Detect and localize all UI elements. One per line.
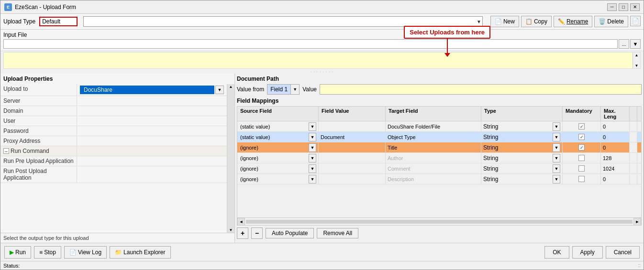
prop-scroll-up-icon[interactable]: ▲ — [229, 85, 233, 89]
run-button[interactable]: ▶ Run — [4, 246, 31, 259]
upload-to-arrow-icon[interactable]: ▼ — [215, 86, 224, 94]
close-button[interactable]: ✕ — [630, 3, 640, 11]
type-dropdown-6[interactable]: ▼ — [553, 175, 560, 184]
mapping-cell-target-4: Author — [386, 153, 481, 163]
mapping-cell-source-3: (ignore) ▼ — [237, 142, 319, 152]
source-text-1: (static value) — [239, 124, 309, 130]
docushare-button[interactable]: DocuShare — [80, 86, 214, 94]
doc-button[interactable]: 📄 — [630, 16, 641, 26]
copy-label: Copy — [534, 18, 547, 25]
mandatory-checkbox-5[interactable] — [578, 165, 585, 172]
bottom-left-buttons: ▶ Run ■ Stop 📄 View Log 📁 Launch Explore… — [4, 246, 171, 259]
bottom-right-buttons: OK Apply Cancel — [544, 246, 640, 259]
mandatory-checkbox-6[interactable] — [578, 176, 585, 182]
mappings-body: (static value) ▼ DocuShare Folder/File S… — [237, 121, 641, 217]
source-dropdown-5[interactable]: ▼ — [309, 164, 316, 173]
title-bar: E EzeScan - Upload Form ─ □ ✕ — [0, 0, 644, 14]
cancel-button[interactable]: Cancel — [606, 246, 640, 259]
prop-label-password: Password — [0, 126, 77, 136]
prop-row-upload-to: Upload to DocuShare ▼ — [0, 84, 227, 96]
main-content: Upload Properties Upload to DocuShare ▼ — [0, 74, 644, 243]
mapping-cell-value-2[interactable]: Document — [319, 132, 386, 142]
scroll-up-icon[interactable]: ▲ — [635, 53, 639, 57]
prop-scroll-down-icon[interactable]: ▼ — [229, 228, 233, 232]
minimize-button[interactable]: ─ — [607, 3, 617, 11]
prop-value-run-post[interactable] — [77, 166, 227, 183]
type-dropdown-4[interactable]: ▼ — [553, 154, 560, 162]
doc-path-title: Document Path — [237, 76, 642, 82]
prop-value-proxy-address[interactable] — [77, 136, 227, 146]
prop-value-domain[interactable] — [77, 106, 227, 116]
source-dropdown-4[interactable]: ▼ — [309, 154, 316, 162]
new-icon: 📄 — [495, 18, 502, 25]
doc-path-value-input[interactable] — [320, 84, 642, 95]
mapping-cell-value-6[interactable] — [319, 174, 386, 184]
input-file-input[interactable] — [3, 39, 618, 49]
value-label: Value — [302, 86, 317, 93]
source-dropdown-3[interactable]: ▼ — [309, 143, 316, 152]
auto-populate-button[interactable]: Auto Populate — [266, 228, 314, 238]
source-dropdown-2[interactable]: ▼ — [309, 133, 316, 141]
properties-scrollbar[interactable]: ▲ ▼ — [227, 84, 234, 233]
prop-label-run-command: – Run Command — [0, 146, 77, 156]
apply-button[interactable]: Apply — [572, 246, 603, 259]
view-log-button[interactable]: 📄 View Log — [64, 246, 107, 259]
doc-path-field-value: Field 1 — [270, 86, 288, 93]
hscroll-right-button[interactable]: ► — [633, 218, 641, 226]
doc-path-row: Value from Field 1 ▼ Value — [237, 84, 642, 95]
mandatory-checkbox-4[interactable] — [578, 155, 585, 161]
doc-path-field-dropdown[interactable]: Field 1 ▼ — [267, 84, 300, 95]
type-dropdown-3[interactable]: ▼ — [553, 143, 560, 152]
type-text-2: String — [483, 134, 552, 140]
upload-type-dropdown[interactable]: ▼ — [83, 16, 483, 27]
mandatory-checkbox-3[interactable] — [578, 144, 585, 151]
scroll-down-icon[interactable]: ▼ — [635, 64, 639, 68]
launch-explorer-label: Launch Explorer — [123, 249, 165, 256]
input-file-filter-button[interactable]: ▼ — [630, 39, 641, 49]
upload-to-select[interactable]: DocuShare ▼ — [80, 86, 224, 94]
mandatory-checkbox-1[interactable] — [578, 123, 585, 130]
prop-value-password[interactable] — [77, 126, 227, 136]
remove-mapping-button[interactable]: − — [251, 227, 263, 239]
rename-button[interactable]: ✏️ Rename — [554, 16, 592, 27]
stop-button[interactable]: ■ Stop — [34, 246, 61, 259]
source-text-6: (ignore) — [239, 176, 309, 182]
main-window: E EzeScan - Upload Form ─ □ ✕ Upload Typ… — [0, 0, 644, 270]
mappings-hscrollbar[interactable]: ◄ ► — [237, 217, 641, 225]
copy-button[interactable]: 📋 Copy — [521, 16, 552, 27]
doc-path-field-button[interactable]: Field 1 — [267, 85, 290, 94]
mapping-cell-value-4[interactable] — [319, 153, 386, 163]
add-mapping-button[interactable]: + — [237, 227, 248, 239]
type-dropdown-5[interactable]: ▼ — [553, 164, 560, 173]
prop-value-run-pre[interactable] — [77, 156, 227, 166]
delete-button[interactable]: 🗑️ Delete — [594, 16, 628, 27]
new-button[interactable]: 📄 New — [490, 16, 519, 27]
prop-row-run-command: – Run Command — [0, 146, 227, 156]
splitter-handle[interactable]: · · · · · · · · — [0, 70, 644, 74]
launch-explorer-button[interactable]: 📁 Launch Explorer — [110, 246, 170, 259]
source-dropdown-6[interactable]: ▼ — [309, 175, 316, 184]
ok-button[interactable]: OK — [544, 246, 569, 259]
prop-value-user[interactable] — [77, 116, 227, 126]
hscroll-left-button[interactable]: ◄ — [237, 218, 245, 226]
mandatory-checkbox-2[interactable] — [578, 134, 585, 140]
source-dropdown-1[interactable]: ▼ — [309, 122, 316, 131]
mapping-cell-value-1[interactable] — [319, 121, 386, 131]
yellow-area-scrollbar[interactable]: ▲ ▼ — [633, 53, 640, 68]
mapping-cell-type-6: String ▼ — [481, 174, 563, 184]
hscroll-track[interactable] — [246, 220, 633, 224]
mapping-cell-value-3[interactable] — [319, 142, 386, 152]
maximize-button[interactable]: □ — [619, 3, 628, 11]
run-command-collapse-button[interactable]: – — [3, 148, 9, 154]
mapping-cell-mandatory-4 — [563, 153, 601, 163]
launch-explorer-icon: 📁 — [115, 249, 122, 256]
remove-all-button[interactable]: Remove All — [317, 228, 358, 238]
type-dropdown-1[interactable]: ▼ — [553, 122, 560, 131]
prop-label-user: User — [0, 116, 77, 126]
type-dropdown-2[interactable]: ▼ — [553, 133, 560, 141]
mapping-row-scroll-2 — [630, 132, 637, 142]
input-file-browse-button[interactable]: ... — [619, 39, 629, 49]
mapping-cell-value-5[interactable] — [319, 163, 386, 173]
prop-value-server[interactable] — [77, 96, 227, 106]
doc-path-dropdown-arrow-icon[interactable]: ▼ — [290, 85, 299, 94]
